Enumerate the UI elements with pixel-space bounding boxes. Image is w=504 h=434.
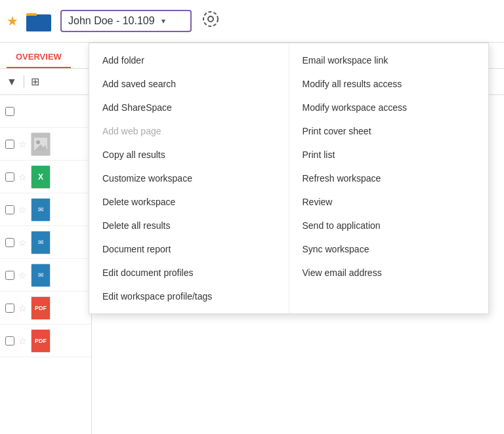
- menu-item-email-workspace-link[interactable]: Email workspace link: [289, 49, 489, 72]
- doc-thumbnail: ✉: [31, 198, 51, 222]
- menu-item-add-folder[interactable]: Add folder: [89, 49, 289, 72]
- menu-item-customize-workspace[interactable]: Customize workspace: [89, 167, 289, 190]
- table-row: ☆ ✉: [0, 193, 91, 226]
- table-row: ☆ PDF: [0, 292, 91, 325]
- menu-item-add-web-page: Add web page: [89, 119, 289, 143]
- chevron-down-icon: ▾: [161, 16, 165, 26]
- doc-checkbox[interactable]: [5, 238, 14, 247]
- folder-icon: [26, 9, 52, 33]
- context-menu: Add folder Add saved search Add ShareSpa…: [89, 43, 489, 314]
- menu-item-add-saved-search[interactable]: Add saved search: [89, 72, 289, 96]
- star-icon[interactable]: ☆: [18, 205, 27, 215]
- menu-item-document-report[interactable]: Document report: [89, 237, 289, 261]
- svg-rect-2: [26, 16, 51, 31]
- document-list: ☆ ☆ X ☆ ✉ ☆ ✉ ☆ ✉ ☆ PDF ☆ PDF: [0, 95, 92, 434]
- menu-item-review[interactable]: Review: [289, 190, 489, 214]
- doc-thumbnail: X: [31, 165, 51, 189]
- top-bar: ★ John Doe - 10.109 ▾: [0, 0, 504, 43]
- svg-point-3: [208, 16, 213, 22]
- menu-column-right: Email workspace link Modify all results …: [289, 43, 489, 313]
- menu-item-edit-document-profiles[interactable]: Edit document profiles: [89, 261, 289, 285]
- table-row: ☆: [0, 128, 91, 161]
- star-icon[interactable]: ☆: [18, 172, 27, 182]
- star-icon[interactable]: ☆: [18, 237, 27, 248]
- menu-item-refresh-workspace[interactable]: Refresh workspace: [289, 167, 489, 190]
- doc-thumbnail: PDF: [31, 329, 51, 353]
- menu-item-copy-all-results[interactable]: Copy all results: [89, 143, 289, 167]
- doc-checkbox[interactable]: [5, 205, 14, 214]
- menu-item-send-to-application[interactable]: Send to application: [289, 214, 489, 237]
- menu-item-add-sharespace[interactable]: Add ShareSpace: [89, 96, 289, 119]
- filter-icon[interactable]: ▼: [7, 76, 17, 88]
- star-icon[interactable]: ☆: [18, 336, 27, 346]
- toolbar-divider: [24, 75, 24, 89]
- workspace-dropdown[interactable]: John Doe - 10.109 ▾: [60, 10, 192, 32]
- star-icon: ★: [7, 13, 18, 29]
- menu-item-modify-workspace-access[interactable]: Modify workspace access: [289, 96, 489, 119]
- menu-item-modify-all-results-access[interactable]: Modify all results access: [289, 72, 489, 96]
- menu-column-left: Add folder Add saved search Add ShareSpa…: [89, 43, 289, 313]
- doc-thumbnail: PDF: [31, 296, 51, 320]
- grid-view-icon[interactable]: ⊞: [31, 75, 39, 88]
- table-row: ☆ ✉: [0, 259, 91, 292]
- doc-thumbnail: ✉: [31, 264, 51, 287]
- workspace-label: John Doe - 10.109: [68, 15, 155, 27]
- star-icon[interactable]: ☆: [18, 303, 27, 313]
- doc-checkbox[interactable]: [5, 172, 14, 182]
- svg-point-6: [36, 140, 40, 144]
- doc-checkbox[interactable]: [5, 304, 14, 313]
- doc-checkbox[interactable]: [5, 140, 14, 149]
- menu-item-edit-workspace-profile[interactable]: Edit workspace profile/tags: [89, 285, 289, 308]
- select-all-checkbox[interactable]: [5, 107, 14, 116]
- table-row: ☆ X: [0, 161, 91, 193]
- menu-item-delete-workspace[interactable]: Delete workspace: [89, 190, 289, 214]
- menu-item-print-cover-sheet[interactable]: Print cover sheet: [289, 119, 489, 143]
- doc-thumbnail: [31, 132, 51, 156]
- doc-checkbox[interactable]: [5, 336, 14, 345]
- settings-icon[interactable]: [202, 10, 219, 31]
- table-row: ☆ PDF: [0, 325, 91, 357]
- tab-overview[interactable]: OVERVIEW: [7, 47, 71, 68]
- menu-item-print-list[interactable]: Print list: [289, 143, 489, 167]
- menu-item-view-email-address[interactable]: View email address: [289, 261, 489, 285]
- star-icon[interactable]: ☆: [18, 139, 27, 149]
- star-icon[interactable]: ☆: [18, 270, 27, 281]
- doc-thumbnail: ✉: [31, 231, 51, 254]
- menu-item-sync-workspace[interactable]: Sync workspace: [289, 237, 489, 261]
- doc-list-header-row: [0, 95, 91, 128]
- menu-item-delete-all-results[interactable]: Delete all results: [89, 214, 289, 237]
- table-row: ☆ ✉: [0, 226, 91, 259]
- svg-point-4: [203, 12, 218, 26]
- doc-checkbox[interactable]: [5, 271, 14, 280]
